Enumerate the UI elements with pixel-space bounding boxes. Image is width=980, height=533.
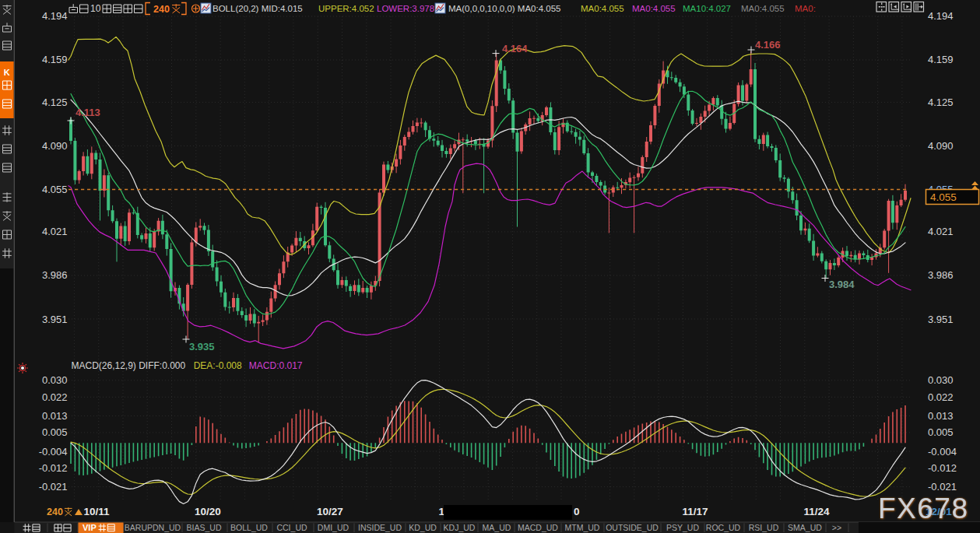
svg-text:LOWER:3.978: LOWER:3.978 xyxy=(377,4,434,13)
svg-text:-0.012: -0.012 xyxy=(39,462,68,474)
svg-text:MA_UD: MA_UD xyxy=(483,523,511,532)
svg-text:-0.004: -0.004 xyxy=(928,446,957,458)
svg-text:BOLL(20,2) MID:4.015: BOLL(20,2) MID:4.015 xyxy=(213,4,303,13)
svg-text:4.125: 4.125 xyxy=(928,96,954,108)
svg-text:10/27: 10/27 xyxy=(317,506,343,517)
svg-text:11/17: 11/17 xyxy=(682,506,708,517)
svg-text:SMA_UD: SMA_UD xyxy=(788,523,822,532)
svg-text:4.090: 4.090 xyxy=(42,140,68,152)
svg-text:10/11: 10/11 xyxy=(83,506,110,517)
svg-text:4.164: 4.164 xyxy=(502,43,528,54)
svg-text:0.013: 0.013 xyxy=(928,410,954,422)
svg-text:240: 240 xyxy=(153,4,170,15)
svg-text:4.125: 4.125 xyxy=(42,96,68,108)
svg-text:0.013: 0.013 xyxy=(42,410,68,422)
svg-text:MACD(26,12,9) DIFF:0.000: MACD(26,12,9) DIFF:0.000 xyxy=(72,360,186,371)
svg-text:4.159: 4.159 xyxy=(928,54,954,65)
svg-text:MA0:4.055: MA0:4.055 xyxy=(741,4,785,13)
svg-text:0.030: 0.030 xyxy=(42,374,68,386)
svg-text:KDJ_UD: KDJ_UD xyxy=(444,523,476,532)
svg-text:MA10:4.027: MA10:4.027 xyxy=(683,4,731,13)
svg-text:RSI_UD: RSI_UD xyxy=(749,523,779,532)
svg-text:3.986: 3.986 xyxy=(928,269,954,281)
svg-text:CCI_UD: CCI_UD xyxy=(276,523,307,532)
svg-text:-0.004: -0.004 xyxy=(39,446,68,458)
svg-text:0.022: 0.022 xyxy=(42,391,68,403)
svg-text:>>: >> xyxy=(832,523,841,532)
svg-text:0.022: 0.022 xyxy=(928,391,954,403)
svg-text:-0.021: -0.021 xyxy=(928,481,957,493)
svg-text:VIP: VIP xyxy=(83,523,97,532)
svg-text:4.021: 4.021 xyxy=(42,226,68,237)
svg-text:DEA:-0.008: DEA:-0.008 xyxy=(194,360,242,371)
svg-text:-0.012: -0.012 xyxy=(928,462,957,474)
svg-text:4.194: 4.194 xyxy=(42,10,68,22)
svg-text:K: K xyxy=(4,68,10,77)
svg-text:3.951: 3.951 xyxy=(42,314,68,325)
svg-text:UPPER:4.052: UPPER:4.052 xyxy=(318,4,374,13)
svg-text:OUTSIDE_UD: OUTSIDE_UD xyxy=(606,523,659,532)
svg-text:-0.021: -0.021 xyxy=(39,481,68,493)
svg-text:BIAS_UD: BIAS_UD xyxy=(187,523,222,532)
svg-text:DMI_UD: DMI_UD xyxy=(318,523,349,532)
svg-text:MA0:4.055: MA0:4.055 xyxy=(632,4,676,13)
svg-text:MACD_UD: MACD_UD xyxy=(518,523,558,532)
svg-text:0.030: 0.030 xyxy=(928,374,954,386)
svg-text:INSIDE_UD: INSIDE_UD xyxy=(358,523,402,532)
svg-text:4.113: 4.113 xyxy=(76,107,100,118)
svg-text:FX678: FX678 xyxy=(878,493,969,524)
svg-text:0.005: 0.005 xyxy=(42,426,68,438)
svg-text:MTM_UD: MTM_UD xyxy=(565,523,600,532)
svg-text:3.984: 3.984 xyxy=(829,279,855,290)
svg-text:4.090: 4.090 xyxy=(928,140,954,152)
svg-text:BOLL_UD: BOLL_UD xyxy=(230,523,268,532)
svg-text:4.166: 4.166 xyxy=(755,39,781,51)
svg-text:11/24: 11/24 xyxy=(803,506,830,517)
svg-text:10/20: 10/20 xyxy=(195,506,221,517)
svg-text:BARUPDN_UD: BARUPDN_UD xyxy=(125,523,181,532)
svg-text:MA0:4.055: MA0:4.055 xyxy=(581,4,624,13)
svg-text:4.159: 4.159 xyxy=(42,54,68,65)
svg-text:4.055: 4.055 xyxy=(42,184,68,195)
svg-text:3.986: 3.986 xyxy=(42,269,68,281)
svg-text:10: 10 xyxy=(90,3,101,14)
svg-text:4.021: 4.021 xyxy=(928,226,954,237)
svg-text:MACD:0.017: MACD:0.017 xyxy=(249,360,303,371)
svg-text:MA0:: MA0: xyxy=(795,4,816,13)
svg-text:240: 240 xyxy=(47,507,63,517)
svg-text:3.935: 3.935 xyxy=(189,341,215,352)
svg-text:4.194: 4.194 xyxy=(928,10,954,22)
svg-text:0.005: 0.005 xyxy=(928,426,954,438)
svg-text:KD_UD: KD_UD xyxy=(409,523,437,532)
svg-text:ROC_UD: ROC_UD xyxy=(706,523,741,532)
svg-text:4.055: 4.055 xyxy=(930,191,957,203)
svg-text:0: 0 xyxy=(574,506,580,517)
svg-text:3.951: 3.951 xyxy=(928,314,954,325)
svg-text:PSY_UD: PSY_UD xyxy=(666,523,699,532)
svg-text:MA(0,0,0,10,0,0) MA0:4.055: MA(0,0,0,10,0,0) MA0:4.055 xyxy=(448,4,560,13)
